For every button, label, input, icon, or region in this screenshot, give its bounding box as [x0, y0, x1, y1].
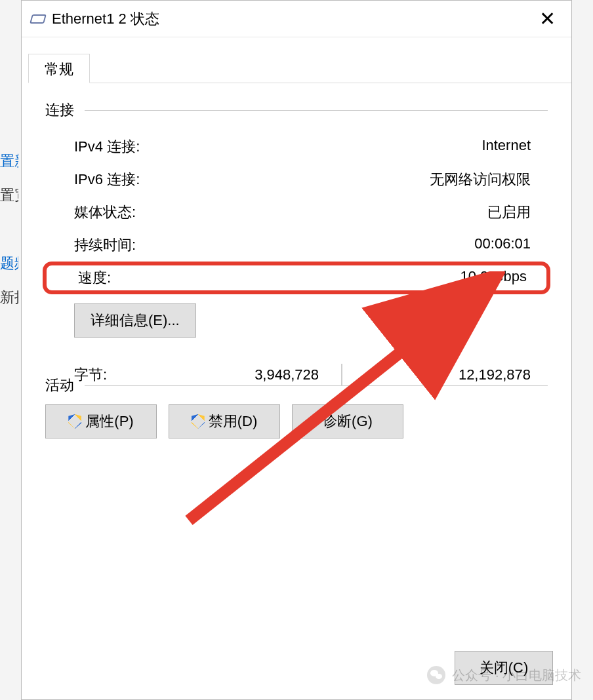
ipv6-label: IPv6 连接:	[74, 170, 140, 189]
row-speed-highlight: 速度: 10.0 Gbps	[43, 262, 550, 294]
group-activity-label: 活动	[45, 376, 74, 395]
properties-button[interactable]: 属性(P)	[45, 404, 157, 438]
details-button-label: 详细信息(E)...	[91, 311, 180, 330]
group-connection-label: 连接	[45, 100, 74, 120]
speed-value: 10.0 Gbps	[460, 268, 527, 288]
ipv4-value: Internet	[481, 137, 531, 157]
ethernet-icon	[30, 14, 47, 24]
action-buttons: 属性(P) 禁用(D) 诊断(G)	[45, 404, 548, 438]
duration-label: 持续时间:	[74, 235, 136, 255]
background-cropped-text: 置新 置宽 题频 新打	[0, 144, 18, 315]
shield-icon	[68, 414, 81, 429]
details-button[interactable]: 详细信息(E)...	[74, 303, 196, 338]
close-button[interactable]: 关闭(C)	[455, 651, 553, 685]
tab-strip: 常规	[28, 53, 571, 83]
title-bar: Ethernet1 2 状态 ✕	[22, 1, 571, 37]
diagnose-button[interactable]: 诊断(G)	[292, 404, 403, 438]
diagnose-button-label: 诊断(G)	[323, 412, 373, 431]
row-media: 媒体状态: 已启用	[45, 196, 548, 229]
disable-button-label: 禁用(D)	[209, 412, 258, 431]
group-divider	[85, 110, 548, 111]
disable-button[interactable]: 禁用(D)	[169, 404, 280, 438]
bytes-row-label: 字节:	[74, 365, 153, 385]
group-divider	[85, 385, 548, 386]
group-connection: 连接	[45, 100, 548, 120]
close-button-label: 关闭(C)	[480, 658, 529, 678]
row-duration: 持续时间: 00:06:01	[45, 229, 548, 262]
ipv6-value: 无网络访问权限	[430, 170, 531, 189]
speed-label: 速度:	[78, 268, 111, 288]
shield-icon	[192, 414, 205, 429]
properties-button-label: 属性(P)	[85, 412, 133, 431]
tab-general[interactable]: 常规	[28, 54, 90, 83]
ipv4-label: IPv4 连接:	[74, 137, 140, 157]
window-title: Ethernet1 2 状态	[52, 9, 159, 29]
duration-value: 00:06:01	[474, 235, 531, 255]
close-icon[interactable]: ✕	[533, 7, 562, 31]
bytes-sent-value: 3,948,728	[153, 366, 319, 383]
panel-general: 连接 IPv4 连接: Internet IPv6 连接: 无网络访问权限 媒体…	[22, 83, 571, 445]
tab-general-label: 常规	[45, 61, 73, 77]
ethernet-status-dialog: Ethernet1 2 状态 ✕ 常规 连接 IPv4 连接: Internet…	[21, 0, 572, 700]
bytes-received-value: 12,192,878	[365, 366, 531, 383]
row-ipv4: IPv4 连接: Internet	[45, 130, 548, 163]
media-value: 已启用	[487, 203, 531, 222]
media-label: 媒体状态:	[74, 203, 136, 222]
row-ipv6: IPv6 连接: 无网络访问权限	[45, 163, 548, 196]
